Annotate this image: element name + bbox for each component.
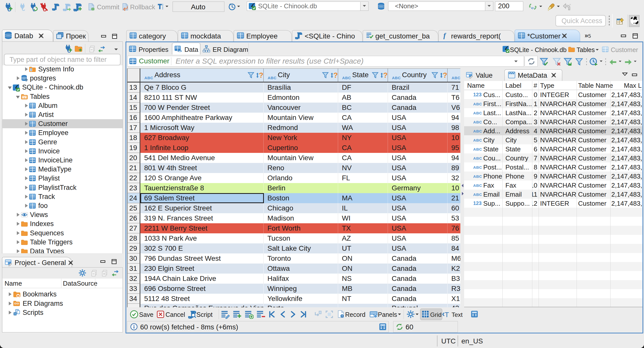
svg-text:f: f xyxy=(444,32,447,39)
svg-text:<>: <> xyxy=(177,49,182,53)
svg-text:T: T xyxy=(445,311,449,319)
